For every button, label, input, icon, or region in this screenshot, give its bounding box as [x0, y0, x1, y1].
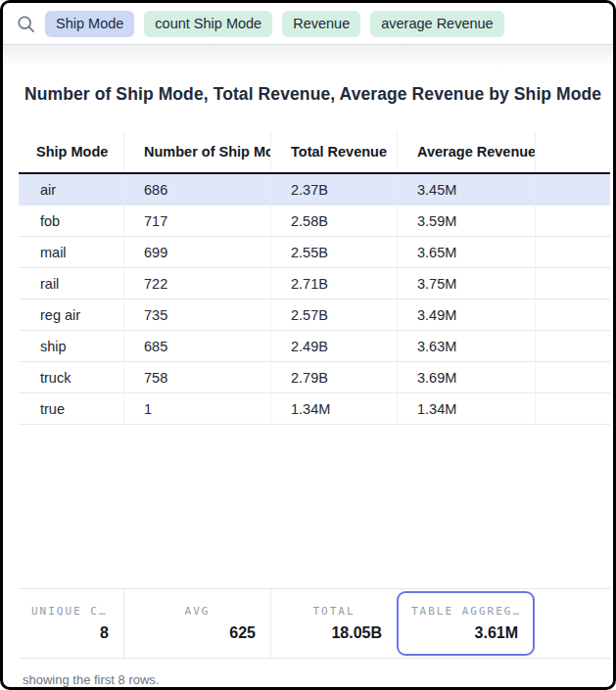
cell-count: 717 — [123, 206, 270, 237]
summary-value: 3.61M — [399, 624, 533, 642]
cell-count: 735 — [123, 299, 270, 331]
summary-label: AVG — [137, 605, 258, 618]
cell-ship-mode: fob — [19, 206, 123, 237]
search-icon[interactable] — [17, 15, 35, 33]
cell-empty — [535, 362, 610, 393]
chip-count-ship-mode[interactable]: count Ship Mode — [144, 11, 272, 37]
cell-average-revenue: 3.75M — [397, 268, 535, 299]
summary-cell-unique-count[interactable]: UNIQUE COUNT 8 — [19, 589, 123, 658]
topbar-divider — [3, 44, 613, 65]
cell-average-revenue: 3.69M — [397, 362, 535, 393]
cell-count: 699 — [123, 237, 270, 268]
row-count-text: showing the first 8 rows. — [23, 672, 159, 687]
cell-total-revenue: 1.34M — [270, 393, 397, 425]
cell-ship-mode: air — [19, 174, 123, 206]
cell-total-revenue: 2.58B — [270, 206, 397, 237]
column-header-ship-mode[interactable]: Ship Mode — [19, 131, 123, 172]
cell-total-revenue: 2.57B — [270, 299, 397, 331]
cell-total-revenue: 2.37B — [270, 174, 397, 206]
summary-label: TABLE AGGREGATE — [411, 605, 520, 618]
cell-ship-mode: rail — [19, 268, 123, 299]
cell-total-revenue: 2.55B — [270, 237, 397, 268]
table-row[interactable]: fob 717 2.58B 3.59M — [19, 206, 610, 237]
cell-ship-mode: truck — [19, 362, 123, 393]
cell-total-revenue: 2.49B — [270, 331, 397, 362]
summary-strip: UNIQUE COUNT 8 AVG 625 TOTAL 18.05B TABL… — [19, 588, 610, 659]
summary-cell-total[interactable]: TOTAL 18.05B — [270, 589, 397, 658]
chip-ship-mode[interactable]: Ship Mode — [45, 11, 134, 37]
cell-empty — [535, 299, 610, 331]
column-header-empty — [535, 131, 610, 172]
cell-average-revenue: 3.59M — [397, 206, 535, 237]
summary-cell-avg[interactable]: AVG 625 — [123, 589, 270, 658]
summary-cell-table-aggregate[interactable]: TABLE AGGREGATE 3.61M — [397, 591, 535, 656]
cell-average-revenue: 1.34M — [397, 393, 535, 425]
cell-empty — [535, 237, 610, 268]
cell-ship-mode: ship — [19, 331, 123, 362]
cell-average-revenue: 3.63M — [397, 331, 535, 362]
status-bar: showing the first 8 rows. — [3, 659, 613, 687]
cell-ship-mode: true — [19, 393, 123, 425]
cell-empty — [535, 174, 610, 206]
table-row[interactable]: truck 758 2.79B 3.69M — [19, 362, 610, 393]
table-row[interactable]: mail 699 2.55B 3.65M — [19, 237, 610, 268]
column-header-total-revenue[interactable]: Total Revenue — [270, 131, 397, 172]
cell-average-revenue: 3.45M — [397, 174, 535, 206]
page-title: Number of Ship Mode, Total Revenue, Aver… — [24, 84, 592, 105]
table-row[interactable]: ship 685 2.49B 3.63M — [19, 331, 610, 362]
cell-count: 1 — [123, 393, 270, 425]
table-row[interactable]: rail 722 2.71B 3.75M — [19, 268, 610, 299]
cell-count: 685 — [123, 331, 270, 362]
cell-average-revenue: 3.65M — [397, 237, 535, 268]
summary-value: 625 — [124, 624, 270, 642]
table-empty-area — [3, 425, 613, 588]
chip-revenue[interactable]: Revenue — [282, 11, 360, 37]
summary-label: TOTAL — [284, 605, 384, 618]
summary-label: UNIQUE COUNT — [31, 605, 111, 618]
cell-empty — [535, 331, 610, 362]
column-header-average-revenue[interactable]: Average Revenue — [397, 131, 535, 172]
column-header-number-of-ship-mode[interactable]: Number of Ship Mod — [123, 131, 270, 172]
summary-value: 18.05B — [271, 624, 397, 642]
cell-ship-mode: reg air — [19, 299, 123, 331]
cell-count: 758 — [123, 362, 270, 393]
cell-total-revenue: 2.71B — [270, 268, 397, 299]
chip-average-revenue[interactable]: average Revenue — [370, 11, 503, 37]
table-header-row: Ship Mode Number of Ship Mod Total Reven… — [19, 131, 610, 174]
results-table: Ship Mode Number of Ship Mod Total Reven… — [19, 131, 610, 425]
table-row[interactable]: reg air 735 2.57B 3.49M — [19, 299, 610, 331]
app-window: Ship Mode count Ship Mode Revenue averag… — [0, 0, 616, 690]
table-row[interactable]: true 1 1.34M 1.34M — [19, 393, 610, 425]
cell-empty — [535, 393, 610, 425]
summary-value: 8 — [19, 624, 123, 642]
summary-cell-empty — [535, 589, 610, 658]
cell-count: 686 — [123, 174, 270, 206]
cell-ship-mode: mail — [19, 237, 123, 268]
cell-total-revenue: 2.79B — [270, 362, 397, 393]
cell-empty — [535, 268, 610, 299]
cell-average-revenue: 3.49M — [397, 299, 535, 331]
table-row[interactable]: air 686 2.37B 3.45M — [19, 174, 610, 206]
cell-count: 722 — [123, 268, 270, 299]
cell-empty — [535, 206, 610, 237]
search-bar[interactable]: Ship Mode count Ship Mode Revenue averag… — [3, 3, 613, 44]
